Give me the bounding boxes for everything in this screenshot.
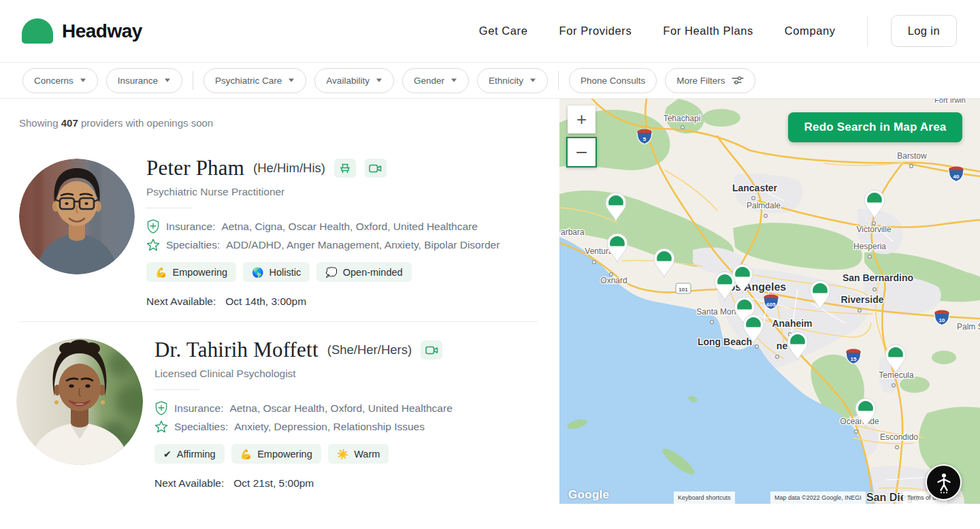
provider-pronouns: (She/Her/Hers) (327, 342, 412, 357)
map-town-dot (868, 255, 872, 259)
tag-emoji: ✔ (163, 449, 172, 460)
nav-get-care[interactable]: Get Care (479, 25, 528, 37)
filter-gender[interactable]: Gender (402, 68, 469, 93)
nav-company[interactable]: Company (785, 25, 836, 37)
map-town-dot (752, 197, 755, 200)
next-available-value: Oct 21st, 5:00pm (233, 477, 314, 490)
filter-psychiatric-care[interactable]: Psychiatric Care (203, 68, 306, 93)
results-count-suffix: providers with openings soon (78, 117, 213, 129)
tag-label: Affirming (177, 449, 216, 460)
map-town-dot (776, 355, 779, 359)
next-available-label: Next Available: (154, 477, 224, 490)
map-panel[interactable]: Fort IrwinTehachapiBarstowLancasterPalmd… (559, 99, 980, 504)
provider-pronouns: (He/Him/His) (253, 161, 325, 176)
svg-text:10: 10 (939, 317, 945, 323)
map-data-attribution: Map data ©2022 Google, INEGI (770, 492, 866, 504)
accessibility-person-icon (933, 471, 955, 494)
tag-label: Warm (354, 449, 380, 460)
provider-avatar[interactable] (19, 159, 135, 274)
google-logo: Google (568, 488, 609, 502)
map-town-dot (681, 126, 685, 129)
provider-name[interactable]: Peter Pham (146, 156, 244, 180)
specialties-label: Specialties: (166, 239, 220, 251)
map-label: Palm Springs (957, 322, 980, 332)
trait-tag: 🌎 Holistic (243, 262, 310, 282)
map-label: arbara (561, 227, 585, 237)
insurance-list: Aetna, Cigna, Oscar Health, Oxford, Unit… (221, 221, 478, 233)
tag-label: Holistic (270, 267, 301, 278)
nav-for-health-plans[interactable]: For Health Plans (663, 25, 753, 37)
insurance-label: Insurance: (166, 221, 215, 233)
insurance-list: Aetna, Oscar Health, Oxford, United Heal… (229, 402, 452, 415)
map-label: Barstow (897, 151, 927, 161)
tag-emoji: 💭 (325, 267, 337, 278)
map-label: Victorville (856, 225, 891, 234)
chevron-down-icon (80, 78, 86, 82)
headway-logo[interactable]: Headway (22, 18, 142, 44)
filter-group-divider (193, 71, 193, 90)
login-button[interactable]: Log in (891, 15, 957, 47)
video-icon (421, 340, 442, 359)
tag-label: Empowering (257, 449, 312, 460)
google-map[interactable]: Fort IrwinTehachapiBarstowLancasterPalmd… (559, 99, 980, 504)
divider (154, 389, 199, 390)
tag-label: Empowering (172, 267, 227, 278)
specialties-star-icon (146, 238, 160, 251)
specialties-list: Anxiety, Depression, Relationship Issues (234, 421, 425, 433)
provider-card[interactable]: Dr. Tahirih Moffett (She/Her/Hers) Licen… (154, 338, 556, 490)
specialties-label: Specialties: (174, 421, 228, 433)
chevron-down-icon (529, 78, 536, 82)
chevron-down-icon (164, 78, 171, 82)
provider-card[interactable]: Peter Pham (He/Him/His) Psychiatric Nurs… (146, 156, 548, 308)
nav-divider (867, 16, 868, 47)
filter-label: More Filters (676, 76, 725, 86)
filter-ethnicity[interactable]: Ethnicity (477, 68, 548, 93)
filter-insurance[interactable]: Insurance (106, 68, 182, 93)
map-town-dot (610, 273, 613, 276)
filter-phone-consults[interactable]: Phone Consults (569, 68, 657, 93)
svg-text:15: 15 (851, 356, 857, 362)
zoom-in-button[interactable]: + (568, 106, 595, 133)
accessibility-widget-button[interactable] (926, 464, 962, 500)
top-nav-bar: Headway Get Care For Providers For Healt… (0, 0, 980, 63)
map-label: Long Beach (698, 336, 752, 347)
highway-shield-101: 101 (676, 283, 691, 293)
provider-avatar[interactable] (16, 338, 143, 465)
filter-label: Concerns (34, 76, 74, 86)
map-label: San Bernardino (843, 272, 913, 283)
next-available-value: Oct 14th, 3:00pm (225, 295, 306, 308)
filter-label: Phone Consults (581, 76, 645, 86)
card-divider (19, 321, 538, 322)
results-count-prefix: Showing (19, 117, 61, 129)
chevron-down-icon (288, 78, 295, 82)
zoom-out-button[interactable]: − (566, 137, 597, 167)
map-zoom-controls: + − (568, 106, 600, 167)
filter-availability[interactable]: Availability (314, 68, 394, 93)
provider-title: Licensed Clinical Psychologist (154, 368, 556, 380)
tag-emoji: ☀️ (337, 449, 348, 460)
trait-tag: 💪 Empowering (231, 444, 321, 464)
nav-for-providers[interactable]: For Providers (559, 25, 632, 37)
redo-search-button[interactable]: Redo Search in Map Area (788, 112, 962, 142)
filter-label: Insurance (118, 76, 158, 86)
trait-tag: ✔ Affirming (154, 444, 225, 464)
tag-emoji: 💪 (155, 267, 167, 278)
provider-name[interactable]: Dr. Tahirih Moffett (154, 338, 318, 362)
chevron-down-icon (451, 78, 457, 82)
provider-results-list: Showing 407 providers with openings soon (0, 99, 559, 529)
in-person-icon (334, 159, 356, 178)
map-town-dot (896, 446, 899, 449)
results-count-text: Showing 407 providers with openings soon (19, 117, 213, 129)
filter-concerns[interactable]: Concerns (22, 68, 98, 93)
filter-more-filters[interactable]: More Filters (665, 68, 755, 93)
map-town-dot (858, 309, 862, 312)
keyboard-shortcuts-link[interactable]: Keyboard shortcuts (674, 492, 735, 504)
filter-bar: Concerns Insurance Psychiatric Care Avai… (0, 63, 980, 99)
trait-tag: ☀️ Warm (328, 444, 389, 464)
map-town-dot (910, 165, 913, 168)
map-label: Hesperia (853, 242, 886, 251)
map-label: Palmdale (747, 201, 781, 210)
divider (146, 208, 191, 208)
map-label: Anaheim (772, 318, 812, 329)
map-town-dot (855, 430, 858, 434)
